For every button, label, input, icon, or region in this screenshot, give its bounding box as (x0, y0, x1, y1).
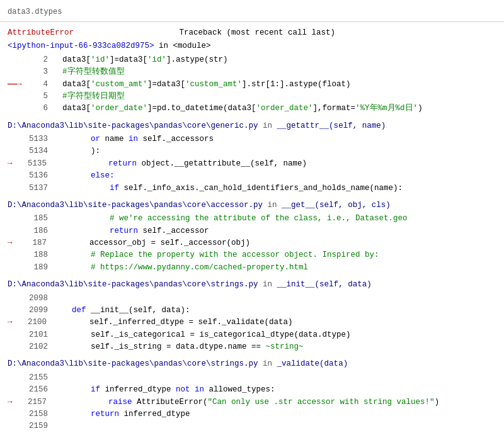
ln-2157: 2157 (25, 396, 52, 408)
input-line-4: ——→ 4 data3['custom_amt']=data3['custom_… (8, 79, 496, 91)
frame4-filepath: D:\Anaconda3\lib\site-packages\pandas\co… (8, 359, 258, 368)
code-3: #字符型转数值型 (53, 66, 125, 78)
frame4-func: _validate(data) (277, 359, 348, 368)
frame2-line-186: 186 return self._accessor (8, 225, 496, 237)
frame4-header: D:\Anaconda3\lib\site-packages\pandas\co… (8, 358, 496, 370)
frame4-line-2159: 2159 (8, 420, 496, 432)
frame3-line-2099: 2099 def __init__(self, data): (8, 305, 496, 317)
no-arrow (8, 384, 26, 396)
c-185: # we're accessing the attribute of the c… (53, 213, 408, 225)
frame3-code: 2098 2099 def __init__(self, data): → 21… (8, 293, 496, 354)
frame3-line-2102: 2102 self._is_string = data.dtype.name =… (8, 341, 496, 353)
input-ref-line: <ipython-input-66-933ca082d975> in <modu… (8, 40, 496, 52)
arrow-187: → (8, 237, 25, 249)
in-module: in <module> (154, 42, 211, 50)
ln-185: 185 (26, 213, 53, 225)
frame3-in: in (263, 280, 277, 289)
ln-5136: 5136 (26, 170, 53, 182)
code-5: #字符型转日期型 (53, 91, 125, 103)
frame4-code: 2155 2156 if inferred_dtype not in allow… (8, 372, 496, 433)
frame2-line-188: 188 # Replace the property with the acce… (8, 249, 496, 261)
code-6: data3['order_date']=pd.to_datetime(data3… (53, 103, 423, 115)
c-5133: or name in self._accessors (53, 133, 214, 145)
no-arrow-5 (8, 91, 26, 103)
error-header: AttributeError Traceback (most recent ca… (8, 27, 496, 39)
cell-label: data3.dtypes (0, 5, 504, 19)
input-code-block: 2 data3['id']=data3['id'].astype(str) 3 … (8, 54, 496, 115)
arrow-4: ——→ (8, 79, 26, 91)
c-2101: self._is_categorical = is_categorical_dt… (53, 329, 351, 341)
linenum-5: 5 (26, 91, 53, 103)
frame1-filepath: D:\Anaconda3\lib\site-packages\pandas\co… (8, 121, 258, 130)
frame2-code: 185 # we're accessing the attribute of t… (8, 213, 496, 274)
linenum-4: 4 (26, 79, 53, 91)
frame1-func: __getattr__(self, name) (277, 121, 386, 130)
c-188: # Replace the property with the accessor… (53, 249, 379, 261)
frame3-line-2100: → 2100 self._inferred_dtype = self._vali… (8, 317, 496, 329)
no-arrow (8, 145, 26, 157)
c-2157: raise AttributeError("Can only use .str … (52, 396, 439, 408)
c-2156: if inferred_dtype not in allowed_types: (53, 384, 275, 396)
no-arrow (8, 225, 26, 237)
ln-2158: 2158 (26, 408, 53, 420)
c-2100: self._inferred_dtype = self._validate(da… (52, 317, 293, 329)
frame1-line-5133: 5133 or name in self._accessors (8, 133, 496, 145)
ln-186: 186 (26, 225, 53, 237)
no-arrow (8, 420, 26, 432)
ln-2101: 2101 (26, 329, 53, 341)
c-2102: self._is_string = data.dtype.name == ~st… (53, 341, 304, 353)
frame3-line-2098: 2098 (8, 293, 496, 305)
no-arrow (8, 329, 26, 341)
code-2: data3['id']=data3['id'].astype(str) (53, 54, 228, 66)
c-5137: if self._info_axis._can_hold_identifiers… (53, 183, 403, 194)
frame4-line-2158: 2158 return inferred_dtype (8, 408, 496, 420)
c-2155 (53, 372, 58, 384)
ln-5137: 5137 (26, 183, 53, 194)
ln-2099: 2099 (26, 305, 53, 317)
ln-2155: 2155 (26, 372, 53, 384)
no-arrow-3 (8, 66, 26, 78)
ln-189: 189 (26, 262, 53, 274)
no-arrow (8, 183, 26, 194)
input-ref: <ipython-input-66-933ca082d975> in <modu… (8, 40, 211, 52)
no-arrow (8, 408, 26, 420)
frame1-in: in (263, 121, 277, 130)
c-2159 (53, 420, 58, 432)
frame1-code: 5133 or name in self._accessors 5134 ): … (8, 133, 496, 194)
frame4-line-2156: 2156 if inferred_dtype not in allowed_ty… (8, 384, 496, 396)
frame2-filepath: D:\Anaconda3\lib\site-packages\pandas\co… (8, 201, 263, 210)
ln-187: 187 (25, 237, 52, 249)
no-arrow-2 (8, 54, 26, 66)
frame2-line-185: 185 # we're accessing the attribute of t… (8, 213, 496, 225)
frame2-line-189: 189 # https://www.pydanny.com/cached-pro… (8, 262, 496, 274)
c-5134: ): (53, 145, 100, 157)
arrow-2100: → (8, 317, 25, 329)
input-line-3: 3 #字符型转数值型 (8, 66, 496, 78)
frame3-line-2101: 2101 self._is_categorical = is_categoric… (8, 329, 496, 341)
input-link[interactable]: <ipython-input-66-933ca082d975> (8, 42, 154, 50)
error-type: AttributeError (8, 28, 74, 37)
no-arrow (8, 170, 26, 182)
linenum-2: 2 (26, 54, 53, 66)
ln-188: 188 (26, 249, 53, 261)
input-line-2: 2 data3['id']=data3['id'].astype(str) (8, 54, 496, 66)
ln-5135: 5135 (25, 158, 52, 170)
frame2-header: D:\Anaconda3\lib\site-packages\pandas\co… (8, 200, 496, 211)
c-186: return self._accessor (53, 225, 209, 237)
no-arrow (8, 372, 26, 384)
input-line-6: 6 data3['order_date']=pd.to_datetime(dat… (8, 103, 496, 115)
ln-2159: 2159 (26, 420, 53, 432)
no-arrow (8, 305, 26, 317)
frame1-line-5137: 5137 if self._info_axis._can_hold_identi… (8, 183, 496, 194)
code-4: data3['custom_amt']=data3['custom_amt'].… (53, 79, 351, 91)
linenum-3: 3 (26, 66, 53, 78)
c-5136: else: (53, 170, 115, 182)
no-arrow-6 (8, 103, 26, 115)
ln-2098: 2098 (26, 293, 53, 305)
no-arrow (8, 133, 26, 145)
frame4-line-2155: 2155 (8, 372, 496, 384)
frame4-in: in (263, 359, 277, 368)
frame1-line-5134: 5134 ): (8, 145, 496, 157)
ln-5133: 5133 (26, 133, 53, 145)
arrow-5135: → (8, 158, 25, 170)
